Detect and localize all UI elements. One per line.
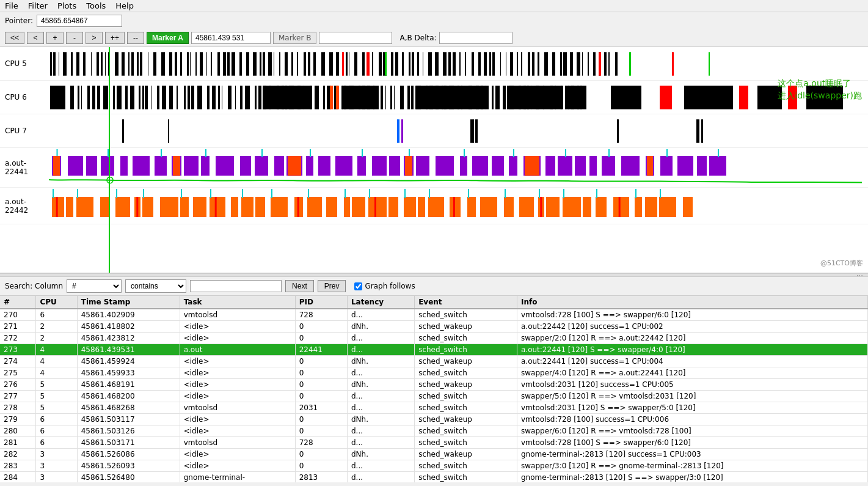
cell-cpu: 3	[36, 472, 77, 483]
nav-next-button[interactable]: >	[86, 32, 103, 44]
marker-a-value-input[interactable]	[191, 32, 271, 44]
svg-rect-95	[593, 52, 596, 76]
menu-help[interactable]: Help	[115, 1, 134, 10]
table-row[interactable]: 272245861.423812<idle>0d...sched_switchs…	[0, 333, 868, 344]
table-row[interactable]: 270645861.402909vmtoolsd728d...sched_swi…	[0, 309, 868, 321]
table-area[interactable]: # CPU Time Stamp Task PID Latency Event …	[0, 296, 868, 482]
svg-rect-318	[374, 197, 376, 217]
nav-plus-button[interactable]: +	[46, 32, 64, 44]
svg-rect-87	[544, 52, 548, 76]
cell-task: a.out	[180, 344, 295, 356]
svg-rect-3	[63, 52, 67, 76]
search-input[interactable]	[190, 280, 282, 292]
graph-follows-checkbox[interactable]	[354, 282, 362, 290]
table-row[interactable]: 279645861.503117<idle>0dNh.sched_wakeupv…	[0, 414, 868, 425]
cell-cpu: 6	[36, 425, 77, 437]
col-header-timestamp[interactable]: Time Stamp	[77, 296, 180, 309]
svg-rect-76	[484, 52, 487, 76]
col-header-event[interactable]: Event	[415, 296, 517, 309]
marker-a-button[interactable]: Marker A	[147, 32, 189, 44]
cell-timestamp: 45861.468268	[77, 402, 180, 414]
marker-b-value-input[interactable]	[319, 32, 392, 44]
svg-rect-29	[211, 52, 212, 76]
col-header-cpu[interactable]: CPU	[36, 296, 77, 309]
aout22441-track[interactable]: a.out-22441	[0, 148, 868, 188]
svg-rect-39	[268, 52, 272, 76]
search-next-button[interactable]: Next	[285, 280, 314, 292]
col-header-pid[interactable]: PID	[295, 296, 347, 309]
svg-rect-140	[258, 86, 261, 109]
col-header-info[interactable]: Info	[517, 296, 868, 309]
col-header-task[interactable]: Task	[180, 296, 295, 309]
svg-rect-37	[260, 52, 261, 76]
table-row[interactable]: 277545861.468200<idle>0d...sched_switchs…	[0, 391, 868, 402]
table-row[interactable]: 283345861.526093<idle>0d...sched_switchs…	[0, 460, 868, 472]
svg-rect-348	[660, 189, 661, 198]
table-row[interactable]: 281645861.503171vmtoolsd728d...sched_swi…	[0, 437, 868, 449]
svg-rect-340	[596, 197, 607, 217]
svg-rect-202	[415, 86, 489, 109]
table-row[interactable]: 282345861.526086<idle>0dNh.sched_wakeupg…	[0, 449, 868, 460]
svg-rect-38	[263, 52, 265, 76]
nav-prev-button[interactable]: <	[27, 32, 44, 44]
svg-rect-260	[492, 156, 504, 176]
search-prev-button[interactable]: Prev	[318, 280, 346, 292]
svg-rect-66	[423, 52, 423, 76]
svg-rect-25	[190, 52, 191, 76]
nav-prev-prev-button[interactable]: <<	[5, 32, 24, 44]
svg-rect-229	[133, 156, 150, 176]
menu-filter[interactable]: Filter	[28, 1, 48, 10]
svg-rect-207	[684, 86, 733, 109]
table-row[interactable]: 271245861.418802<idle>0dNh.sched_wakeupa…	[0, 321, 868, 333]
table-row[interactable]: 280645861.503126<idle>0d...sched_switchs…	[0, 425, 868, 437]
graph-follows-label[interactable]: Graph follows	[354, 282, 415, 290]
svg-rect-32	[227, 52, 230, 76]
nav-minus-minus-button[interactable]: --	[127, 32, 144, 44]
cpu5-track[interactable]: CPU 5	[0, 47, 868, 81]
cell-info: swapper/3:0 [120] R ==> gnome-terminal-:…	[517, 460, 868, 472]
ab-delta-value-input[interactable]	[439, 32, 512, 44]
search-column-select[interactable]: #	[67, 279, 122, 293]
cell-latency: d...	[347, 391, 414, 402]
cell-num: 271	[0, 321, 36, 333]
table-row[interactable]: 274445861.459924<idle>0dNh.sched_wakeupa…	[0, 356, 868, 367]
table-row[interactable]: 278545861.468268vmtoolsd2031d...sched_sw…	[0, 402, 868, 414]
table-row[interactable]: 275445861.459933<idle>0d...sched_switchs…	[0, 367, 868, 379]
svg-rect-290	[116, 189, 117, 198]
graph-area[interactable]: CPU 5 CPU 6 CPU 7 a.out-22441 a.out-2244…	[0, 47, 868, 273]
svg-rect-165	[400, 86, 404, 109]
svg-rect-45	[304, 52, 306, 76]
svg-rect-319	[388, 197, 398, 217]
search-op-select[interactable]: contains	[125, 279, 186, 293]
svg-rect-278	[697, 156, 707, 176]
col-header-num[interactable]: #	[0, 296, 36, 309]
nav-plus-plus-button[interactable]: ++	[105, 32, 125, 44]
menu-file[interactable]: File	[5, 1, 18, 10]
table-header-row: # CPU Time Stamp Task PID Latency Event …	[0, 296, 868, 309]
col-header-latency[interactable]: Latency	[347, 296, 414, 309]
svg-rect-82	[517, 52, 518, 76]
svg-rect-111	[87, 86, 90, 109]
table-row[interactable]: 273445861.439531a.out22441d...sched_swit…	[0, 344, 868, 356]
cell-pid: 0	[295, 425, 347, 437]
table-row[interactable]: 284345861.526480gnome-terminal-2813d...s…	[0, 472, 868, 483]
aout22442-track[interactable]: a.out-22442	[0, 188, 868, 224]
svg-rect-24	[187, 52, 189, 76]
svg-rect-53	[349, 52, 349, 76]
table-row[interactable]: 276545861.468191<idle>0dNh.sched_wakeupv…	[0, 379, 868, 391]
cell-pid: 0	[295, 379, 347, 391]
svg-rect-265	[545, 156, 555, 176]
menu-tools[interactable]: Tools	[86, 1, 106, 10]
svg-rect-206	[660, 86, 672, 109]
svg-rect-100	[342, 52, 344, 76]
cell-pid: 0	[295, 449, 347, 460]
cell-event: sched_switch	[415, 437, 517, 449]
cpu6-track[interactable]: CPU 6	[0, 81, 868, 114]
pointer-value-input[interactable]	[37, 15, 122, 27]
cell-timestamp: 45861.526480	[77, 472, 180, 483]
cell-num: 273	[0, 344, 36, 356]
cpu7-track[interactable]: CPU 7	[0, 114, 868, 148]
svg-rect-18	[148, 52, 148, 76]
nav-minus-button[interactable]: -	[66, 32, 83, 44]
menu-plots[interactable]: Plots	[57, 1, 76, 10]
